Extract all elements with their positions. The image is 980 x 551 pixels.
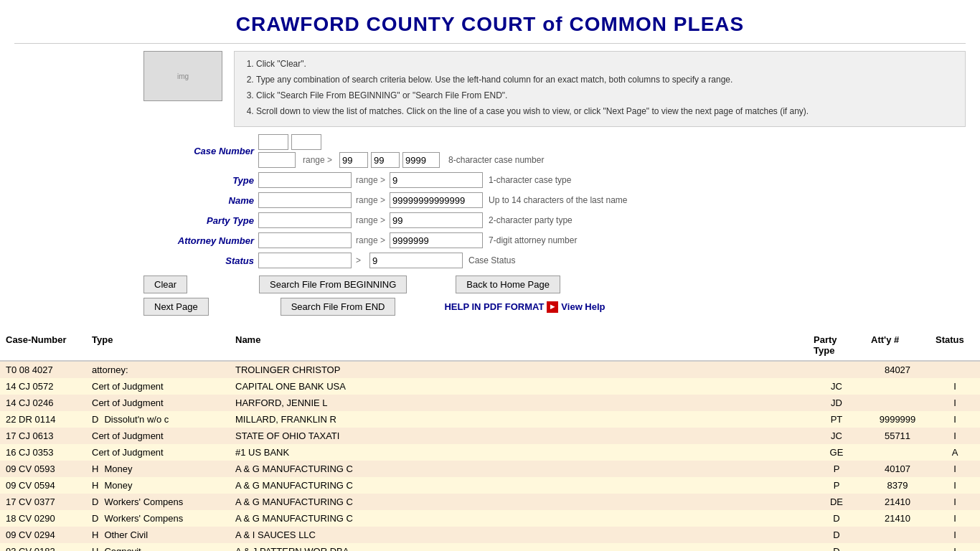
table-row[interactable]: 16 CJ 0353 Cert of Judgment #1 US BANK G… (0, 444, 980, 461)
name-input[interactable] (258, 192, 352, 208)
cell-type: Cert of Judgment (86, 444, 230, 461)
cell-atty-num: 40107 (865, 461, 930, 477)
table-row[interactable]: 14 CJ 0572 Cert of Judgment CAPITAL ONE … (0, 378, 980, 395)
cell-status: A (930, 444, 980, 461)
cell-name: A & I SAUCES LLC (230, 527, 808, 543)
cell-name: A & G MANUFACTURING C (230, 477, 808, 494)
table-row[interactable]: 14 CJ 0246 Cert of Judgment HARFORD, JEN… (0, 395, 980, 411)
table-row[interactable]: 18 CV 0290 DWorkers' Compens A & G MANUF… (0, 510, 980, 527)
cell-case-number: 16 CJ 0353 (0, 444, 86, 461)
case-number-label: Case Number (143, 146, 258, 156)
attorney-range-input[interactable] (390, 232, 483, 248)
cell-case-number: 09 CV 0593 (0, 461, 86, 477)
status-input[interactable] (258, 253, 352, 268)
cell-party-type: JC (808, 378, 865, 395)
cell-case-number: 17 CV 0377 (0, 494, 86, 510)
results-table: Case-Number Type Name Party Type Att'y #… (0, 330, 980, 551)
party-type-input[interactable] (258, 212, 352, 228)
party-type-row: Party Type range > 2-character party typ… (143, 212, 966, 228)
type-range-label: range > (356, 175, 385, 185)
cell-name: A & G MANUFACTURING C (230, 510, 808, 527)
table-row[interactable]: 17 CV 0377 DWorkers' Compens A & G MANUF… (0, 494, 980, 510)
cell-case-number: 18 CV 0290 (0, 510, 86, 527)
type-input[interactable] (258, 172, 352, 188)
cell-name: A & G MANUFACTURING C (230, 494, 808, 510)
cell-party-type: D (808, 543, 865, 551)
type-hint: 1-character case type (489, 175, 571, 185)
header-status: Status (930, 330, 980, 361)
party-type-label: Party Type (143, 215, 258, 226)
pdf-icon: ▶ (547, 301, 558, 313)
cell-status: I (930, 378, 980, 395)
attorney-range-label: range > (356, 235, 385, 245)
cell-status: I (930, 461, 980, 477)
cell-party-type: PT (808, 411, 865, 428)
table-row[interactable]: T0 08 4027 attorney: TROLINGER CHRISTOP … (0, 361, 980, 378)
table-row[interactable]: 22 DR 0114 DDissolut'n w/o c MILLARD, FR… (0, 411, 980, 428)
cell-name: #1 US BANK (230, 444, 808, 461)
cell-status: I (930, 510, 980, 527)
cell-status: I (930, 527, 980, 543)
table-row[interactable]: 17 CJ 0613 Cert of Judgment STATE OF OHI… (0, 428, 980, 444)
case-number-input-2[interactable] (291, 134, 321, 150)
table-row[interactable]: 09 CV 0594 HMoney A & G MANUFACTURING C … (0, 477, 980, 494)
case-number-range-1[interactable] (339, 152, 368, 168)
status-range-input[interactable] (369, 253, 463, 268)
cell-party-type: GE (808, 444, 865, 461)
name-hint: Up to 14 characters of the last name (489, 195, 627, 205)
cell-atty-num (865, 444, 930, 461)
cell-party-type: D (808, 510, 865, 527)
cell-type: Cert of Judgment (86, 428, 230, 444)
case-number-input-1[interactable] (258, 134, 288, 150)
cell-case-number: T0 08 4027 (0, 361, 86, 378)
table-row[interactable]: 93 CV 0182 HCognovit A & J PATTERN WOR D… (0, 543, 980, 551)
clear-button[interactable]: Clear (143, 276, 187, 293)
cell-atty-num: 84027 (865, 361, 930, 378)
party-type-hint: 2-character party type (489, 215, 573, 225)
status-row: Status > Case Status (143, 253, 966, 268)
case-number-range-2[interactable] (371, 152, 400, 168)
search-end-button[interactable]: Search File From END (281, 298, 396, 316)
table-row[interactable]: 09 CV 0593 HMoney A & G MANUFACTURING C … (0, 461, 980, 477)
cell-type: HOther Civil (86, 527, 230, 543)
cell-party-type: P (808, 477, 865, 494)
case-number-hint: 8-character case number (448, 155, 544, 165)
instructions-area: img Click "Clear". Type any combination … (143, 51, 966, 127)
view-help-link[interactable]: View Help (561, 301, 605, 312)
case-number-range-3[interactable] (402, 152, 440, 168)
title-divider (14, 43, 966, 44)
type-range-input[interactable] (390, 172, 483, 188)
cell-case-number: 14 CJ 0572 (0, 378, 86, 395)
cell-case-number: 09 CV 0294 (0, 527, 86, 543)
cell-atty-num (865, 543, 930, 551)
instructions-image: img (143, 51, 222, 101)
status-gt-label: > (356, 255, 361, 265)
header-type: Type (86, 330, 230, 361)
type-label: Type (143, 175, 258, 186)
status-hint: Case Status (468, 255, 515, 265)
next-page-button[interactable]: Next Page (143, 298, 209, 316)
cell-atty-num: 9999999 (865, 411, 930, 428)
case-number-row: Case Number range > 8-character case num… (143, 134, 966, 168)
cell-status: I (930, 428, 980, 444)
header-party-type: Party Type (808, 330, 865, 361)
attorney-number-label: Attorney Number (143, 235, 258, 246)
cell-type: attorney: (86, 361, 230, 378)
buttons-row-1: Clear Search File From BEGINNING Back to… (143, 276, 966, 293)
type-row: Type range > 1-character case type (143, 172, 966, 188)
cell-type: DDissolut'n w/o c (86, 411, 230, 428)
case-number-range-label: range > (303, 155, 332, 165)
status-label: Status (143, 255, 258, 266)
table-row[interactable]: 09 CV 0294 HOther Civil A & I SAUCES LLC… (0, 527, 980, 543)
back-home-button[interactable]: Back to Home Page (456, 276, 560, 293)
cell-party-type: D (808, 527, 865, 543)
search-beginning-button[interactable]: Search File From BEGINNING (259, 276, 407, 293)
cell-case-number: 09 CV 0594 (0, 477, 86, 494)
name-range-input[interactable] (390, 192, 483, 208)
attorney-number-input[interactable] (258, 232, 352, 248)
case-number-input-bottom[interactable] (258, 152, 296, 168)
header-atty-num: Att'y # (865, 330, 930, 361)
party-type-range-input[interactable] (390, 212, 483, 228)
instruction-4: Scroll down to view the list of matches.… (256, 105, 956, 118)
cell-type: Cert of Judgment (86, 395, 230, 411)
